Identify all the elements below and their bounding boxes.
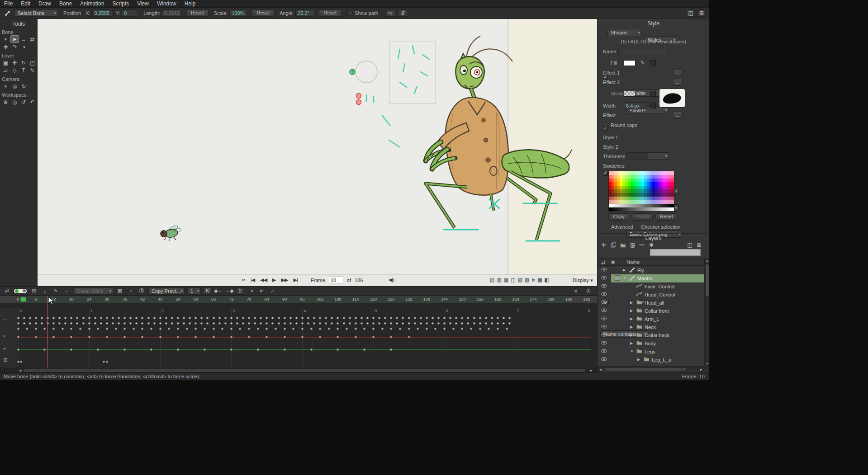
keyframe-dot[interactable] xyxy=(355,336,357,338)
insert-frames-icon[interactable]: ⇥ xyxy=(247,287,255,294)
layer-visibility-icon[interactable] xyxy=(601,332,607,338)
keyframe-dot[interactable] xyxy=(284,322,286,325)
keyframe-dot[interactable] xyxy=(177,328,179,330)
keyframe-dot[interactable] xyxy=(289,322,292,325)
onion-grid-icon[interactable]: ▦ xyxy=(116,287,124,294)
keyframe-dot[interactable] xyxy=(337,322,339,325)
keyframe-dot[interactable] xyxy=(94,322,96,325)
add-keyframe-button[interactable]: K xyxy=(204,287,212,295)
keyframe-dot[interactable] xyxy=(467,322,469,325)
layer-expander-icon[interactable]: ▼ xyxy=(630,349,634,353)
next-frame-button[interactable]: ▶▶ xyxy=(281,277,288,283)
layer-color-swatch[interactable] xyxy=(615,275,620,281)
scale-layer-tool[interactable]: ◰ xyxy=(28,59,37,66)
keyframe-dot[interactable] xyxy=(242,317,244,319)
keyframe-dot[interactable] xyxy=(64,317,66,319)
add-bone-tool[interactable]: ⇄ xyxy=(28,35,37,43)
menu-bone[interactable]: Bone xyxy=(55,0,76,8)
keyframe-dot[interactable] xyxy=(266,328,268,330)
keyframe-dot[interactable] xyxy=(360,322,363,325)
keyframe-dot[interactable] xyxy=(194,322,197,325)
menu-window[interactable]: Window xyxy=(153,0,180,8)
flip-horizontal-icon[interactable]: ⇋ xyxy=(385,9,395,17)
keyframe-dot[interactable] xyxy=(313,322,315,325)
keyframe-dot[interactable] xyxy=(135,317,138,319)
keyframe-dot[interactable] xyxy=(17,322,19,325)
keyframe-dot[interactable] xyxy=(508,322,511,325)
keyframe-dot[interactable] xyxy=(331,322,333,325)
keyframe-dot[interactable] xyxy=(248,322,250,325)
keyframe-dot[interactable] xyxy=(106,322,108,325)
layer-visibility-icon[interactable] xyxy=(601,348,607,354)
transform-channels-icon[interactable]: ∷ xyxy=(4,318,6,323)
layer-visibility-icon[interactable] xyxy=(601,267,607,273)
layer-visibility-icon[interactable] xyxy=(601,357,607,362)
layer-visibility-icon[interactable] xyxy=(601,316,607,321)
follow-path-tool[interactable]: ◇ xyxy=(10,66,19,74)
pan-workspace-tool[interactable]: ⊕ xyxy=(1,98,10,106)
keyframe-dot[interactable] xyxy=(275,328,277,330)
keyframe-dot[interactable] xyxy=(103,361,105,363)
view-preview-icon[interactable]: ◧ xyxy=(544,277,548,283)
thickness-field[interactable] xyxy=(626,153,648,160)
keyframe-dot[interactable] xyxy=(230,348,232,351)
scroll-up-icon[interactable]: ▲ xyxy=(706,259,709,262)
keyframe-dot[interactable] xyxy=(461,322,463,325)
keyframe-dot[interactable] xyxy=(452,328,455,330)
bone-manipulation-circle[interactable] xyxy=(356,61,377,83)
keyframe-dot[interactable] xyxy=(218,317,221,319)
scroll-thumb[interactable] xyxy=(706,264,709,296)
keyframe-dot[interactable] xyxy=(426,328,428,330)
keyframe-dot[interactable] xyxy=(206,322,209,325)
keyframe-dot[interactable] xyxy=(402,317,404,319)
layer-row-head-control[interactable]: Head_Control xyxy=(598,291,709,299)
swatch-cell[interactable] xyxy=(671,186,674,189)
keyframe-dot[interactable] xyxy=(278,317,280,319)
bone-origin-handle[interactable] xyxy=(350,69,355,75)
layer-row-collar-front[interactable]: ▶Collar front xyxy=(598,307,709,315)
keyframe-dot[interactable] xyxy=(150,348,152,351)
keyframe-dot[interactable] xyxy=(153,317,156,319)
stroke-color-swatch[interactable] xyxy=(624,91,636,97)
keyframe-dot[interactable] xyxy=(443,322,446,325)
keyframe-dot[interactable] xyxy=(254,317,256,319)
keyframe-dot[interactable] xyxy=(129,317,132,319)
keyframe-dot[interactable] xyxy=(284,348,286,351)
keyframe-dot[interactable] xyxy=(396,322,398,325)
keyframe-dot[interactable] xyxy=(301,317,304,319)
keyframe-dot[interactable] xyxy=(390,322,392,325)
swatch-cell[interactable] xyxy=(671,171,674,175)
keyframe-dot[interactable] xyxy=(488,328,490,330)
layer-view-mode-icon[interactable]: ◫ xyxy=(686,242,693,248)
keyframe-dot[interactable] xyxy=(141,322,143,325)
keyframe-dot[interactable] xyxy=(343,322,345,325)
keyframe-dot[interactable] xyxy=(366,317,369,319)
stroke-width-field[interactable] xyxy=(624,102,647,109)
next-keyframe-icon[interactable]: →◆ xyxy=(225,287,233,294)
keyframe-dot[interactable] xyxy=(79,328,81,330)
view-fx-icon[interactable]: fx xyxy=(531,277,535,283)
translate-layer-tool[interactable]: ✚ xyxy=(10,59,19,66)
stroke-effect-more-button[interactable]: ... xyxy=(673,112,683,119)
keyframe-dot[interactable] xyxy=(97,328,99,330)
keyframe-dot[interactable] xyxy=(473,322,475,325)
swatch-cell[interactable] xyxy=(671,189,674,193)
keyframe-dot[interactable] xyxy=(52,317,55,319)
keyframe-dot[interactable] xyxy=(183,322,185,325)
style-name-field[interactable] xyxy=(618,48,669,55)
keyframe-dot[interactable] xyxy=(307,317,309,319)
keyframe-dot[interactable] xyxy=(159,328,161,330)
keyframe-dot[interactable] xyxy=(204,328,206,330)
switch-channels-icon[interactable]: ▸ xyxy=(4,346,6,351)
keyframe-dot[interactable] xyxy=(239,328,241,330)
swatch-cell[interactable] xyxy=(671,182,674,186)
layer-expander-icon[interactable]: ▶ xyxy=(637,357,640,362)
keyframe-dot[interactable] xyxy=(153,322,156,325)
keyframe-dot[interactable] xyxy=(319,322,321,325)
keyframe-dot[interactable] xyxy=(343,317,345,319)
keyframe-dot[interactable] xyxy=(230,328,232,330)
keyframe-dot[interactable] xyxy=(310,348,313,351)
keyframe-dot[interactable] xyxy=(426,317,428,319)
swatch-cell[interactable] xyxy=(671,204,674,207)
keyframe-dot[interactable] xyxy=(491,317,493,319)
